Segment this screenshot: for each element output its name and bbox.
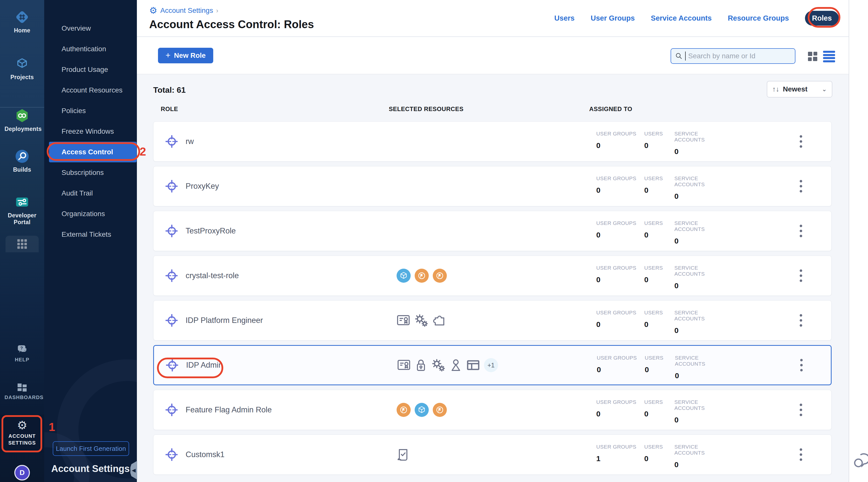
assigned-to-stats: USER GROUPS0USERS0SERVICE ACCOUNTS0 <box>596 265 730 290</box>
stat-label: USERS <box>644 265 674 271</box>
help-icon: ? <box>16 345 28 355</box>
sort-dropdown[interactable]: ↑↓ Newest ⌄ <box>767 81 832 97</box>
role-row-customsk1[interactable]: Customsk1USER GROUPS1USERS0SERVICE ACCOU… <box>153 434 832 475</box>
tab-user-groups[interactable]: User Groups <box>591 14 635 22</box>
stat-users: USERS0 <box>644 310 674 335</box>
role-target-icon <box>165 269 178 282</box>
sidebar-item-developer-portal[interactable]: Developer Portal <box>0 194 44 226</box>
settings-nav-item-organizations[interactable]: Organizations <box>49 204 136 224</box>
chat-bubbles-icon <box>854 451 868 471</box>
breadcrumb-link[interactable]: Account Settings <box>160 6 213 14</box>
gears-icon <box>431 359 445 372</box>
role-row-idp-platform-engineer[interactable]: IDP Platform EngineerUSER GROUPS0USERS0S… <box>153 300 832 340</box>
column-header-resources: SELECTED RESOURCES <box>389 106 464 113</box>
feature-flag-icon <box>433 403 447 417</box>
stat-user-groups: USER GROUPS0 <box>596 131 644 156</box>
row-menu-kebab-icon[interactable] <box>796 167 806 206</box>
role-name[interactable]: TestProxyRole <box>186 227 236 236</box>
list-view-toggle[interactable] <box>823 51 835 62</box>
stat-label: USERS <box>644 220 674 226</box>
settings-nav-item-access-control[interactable]: Access Control <box>49 142 136 162</box>
assigned-to-stats: USER GROUPS0USERS0SERVICE ACCOUNTS0 <box>596 220 730 245</box>
row-menu-kebab-icon[interactable] <box>796 256 806 296</box>
selected-resources <box>397 301 445 340</box>
sidebar-item-builds[interactable]: Builds <box>0 148 44 173</box>
settings-nav-item-product-usage[interactable]: Product Usage <box>49 59 136 80</box>
role-row-feature-flag-admin-role[interactable]: Feature Flag Admin RoleUSER GROUPS0USERS… <box>153 390 832 430</box>
role-name[interactable]: crystal-test-role <box>186 271 239 280</box>
stat-value: 0 <box>645 365 675 374</box>
stat-value: 0 <box>644 186 674 194</box>
role-row-proxykey[interactable]: ProxyKeyUSER GROUPS0USERS0SERVICE ACCOUN… <box>153 166 832 206</box>
stat-value: 0 <box>644 275 674 284</box>
feature-flag-icon <box>397 403 411 417</box>
column-header-role: ROLE <box>161 106 178 113</box>
settings-nav-item-freeze-windows[interactable]: Freeze Windows <box>49 121 136 142</box>
stat-value: 0 <box>674 147 730 156</box>
stat-label: USER GROUPS <box>596 399 644 405</box>
stat-value: 0 <box>596 231 644 239</box>
settings-nav-item-audit-trail[interactable]: Audit Trail <box>49 183 136 204</box>
stat-label: SERVICE ACCOUNTS <box>675 355 730 367</box>
sidebar-item-help[interactable]: ?HELP <box>0 345 44 363</box>
launch-first-generation-button[interactable]: Launch First Generation <box>53 441 129 456</box>
support-chat-button[interactable] <box>854 451 868 471</box>
chevron-down-icon: ⌄ <box>822 86 827 93</box>
user-avatar[interactable]: D <box>14 465 30 481</box>
tab-resource-groups[interactable]: Resource Groups <box>728 14 789 22</box>
row-menu-kebab-icon[interactable] <box>796 122 806 161</box>
total-count: Total: 61 <box>153 85 186 95</box>
sidebar-item-deployments[interactable]: Deployments <box>0 108 44 132</box>
row-menu-kebab-icon[interactable] <box>796 390 806 430</box>
stat-value: 0 <box>674 326 730 335</box>
tab-roles[interactable]: Roles <box>805 11 839 26</box>
settings-nav-item-authentication[interactable]: Authentication <box>49 39 136 59</box>
role-cell: IDP Platform Engineer <box>165 301 263 340</box>
role-name[interactable]: rw <box>186 137 194 146</box>
doc-check-icon <box>397 448 409 461</box>
row-menu-kebab-icon[interactable] <box>796 346 807 385</box>
search-box[interactable] <box>671 48 796 64</box>
row-menu-kebab-icon[interactable] <box>796 211 806 251</box>
tab-users[interactable]: Users <box>554 14 575 22</box>
module-grid-icon <box>16 238 28 250</box>
stat-service-accounts: SERVICE ACCOUNTS0 <box>674 265 730 290</box>
role-name[interactable]: Customsk1 <box>186 450 224 459</box>
sidebar-item-home[interactable]: Home <box>0 9 44 34</box>
settings-nav-item-account-resources[interactable]: Account Resources <box>49 80 136 100</box>
stat-value: 0 <box>644 141 674 150</box>
row-menu-kebab-icon[interactable] <box>796 301 806 340</box>
new-role-button[interactable]: + New Role <box>158 48 213 63</box>
assigned-to-stats: USER GROUPS0USERS0SERVICE ACCOUNTS0 <box>596 399 730 424</box>
stat-users: USERS0 <box>645 355 675 380</box>
settings-nav-item-overview[interactable]: Overview <box>49 18 136 39</box>
stat-value: 0 <box>674 237 730 245</box>
settings-nav-item-policies[interactable]: Policies <box>49 100 136 121</box>
module-grid-button[interactable] <box>5 236 39 252</box>
role-row-rw[interactable]: rwUSER GROUPS0USERS0SERVICE ACCOUNTS0 <box>153 121 832 161</box>
role-row-testproxyrole[interactable]: TestProxyRoleUSER GROUPS0USERS0SERVICE A… <box>153 211 832 251</box>
role-name[interactable]: IDP Platform Engineer <box>186 316 263 325</box>
sidebar-item-account-settings[interactable]: ⚙ ACCOUNT SETTINGS <box>0 419 44 446</box>
grid-view-toggle[interactable] <box>807 51 818 62</box>
role-row-idp-admin[interactable]: IDP Admin+1USER GROUPS0USERS0SERVICE ACC… <box>153 345 832 385</box>
plugin-icon <box>432 314 445 327</box>
row-menu-kebab-icon[interactable] <box>796 435 806 475</box>
stat-label: USERS <box>644 444 674 450</box>
stat-user-groups: USER GROUPS0 <box>597 355 645 380</box>
breadcrumb: ⚙ Account Settings › <box>149 6 218 15</box>
sidebar-item-projects[interactable]: Projects <box>0 56 44 81</box>
search-input[interactable] <box>688 52 791 60</box>
role-name[interactable]: ProxyKey <box>186 182 219 191</box>
role-name[interactable]: Feature Flag Admin Role <box>186 405 272 414</box>
settings-nav-item-subscriptions[interactable]: Subscriptions <box>49 162 136 183</box>
role-cell: Customsk1 <box>165 435 224 475</box>
stat-label: USERS <box>645 355 675 361</box>
tab-service-accounts[interactable]: Service Accounts <box>651 14 712 22</box>
assigned-to-stats: USER GROUPS0USERS0SERVICE ACCOUNTS0 <box>596 310 730 335</box>
settings-nav-item-external-tickets[interactable]: External Tickets <box>49 224 136 245</box>
stat-users: USERS0 <box>644 175 674 201</box>
role-name[interactable]: IDP Admin <box>186 361 223 370</box>
role-row-crystal-test-role[interactable]: crystal-test-roleUSER GROUPS0USERS0SERVI… <box>153 255 832 296</box>
sidebar-item-dashboards[interactable]: DASHBOARDS <box>0 383 44 401</box>
